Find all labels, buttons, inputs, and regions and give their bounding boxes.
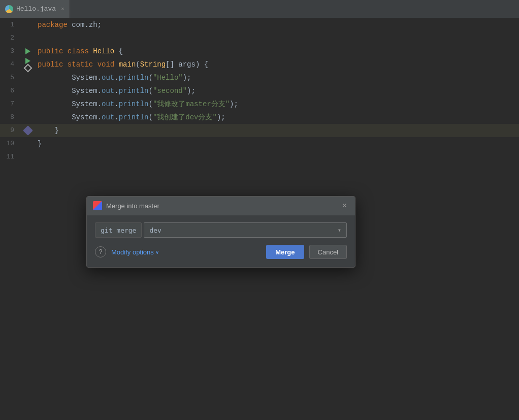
string-hello: "Hello" <box>153 74 183 82</box>
run-arrow-4[interactable] <box>25 58 30 64</box>
branch-value: dev <box>149 227 161 234</box>
code-content-10: } <box>36 137 519 150</box>
git-merge-label: git merge <box>95 222 142 238</box>
cn-string: String <box>140 60 166 69</box>
cancel-button[interactable]: Cancel <box>309 245 347 259</box>
editor-tab[interactable]: Hello.java × <box>0 0 70 18</box>
line-number-7: 7 <box>0 98 20 111</box>
code-line-11: 11 <box>0 150 519 164</box>
code-content-6: System.out.println("second"); <box>36 84 519 98</box>
line-number-1: 1 <box>0 18 20 31</box>
line-number-10: 10 <box>0 137 20 150</box>
git-command-row: git merge dev ▾ <box>95 222 347 238</box>
code-line-8: 8 System.out.println("我创建了dev分支"); <box>0 111 519 124</box>
merge-button[interactable]: Merge <box>266 245 304 259</box>
code-content-9: } <box>36 124 519 137</box>
line-number-2: 2 <box>0 31 20 45</box>
kw-public-4: public <box>38 60 63 69</box>
dialog-title-area: Merge into master <box>93 201 159 210</box>
kw-public-3: public <box>38 47 63 55</box>
gutter-3[interactable] <box>20 48 36 54</box>
code-content-8: System.out.println("我创建了dev分支"); <box>36 111 519 124</box>
code-content-4: public static void main(String[] args) { <box>36 58 519 71</box>
tab-filename: Hello.java <box>16 5 56 13</box>
line-number-9: 9 <box>0 124 20 137</box>
code-editor: 1 package com.zh; 2 3 public class Hello… <box>0 18 519 164</box>
code-line-10: 10 } <box>0 137 519 150</box>
dialog-body: git merge dev ▾ ? Modify options ∨ Merge… <box>87 215 355 267</box>
line-number-8: 8 <box>0 111 20 124</box>
tab-close-button[interactable]: × <box>61 6 64 12</box>
string-dev: "我创建了dev分支" <box>153 113 217 121</box>
code-line-5: 5 System.out.println("Hello"); <box>0 71 519 84</box>
code-area: 1 package com.zh; 2 3 public class Hello… <box>0 18 519 164</box>
code-line-6: 6 System.out.println("second"); <box>0 84 519 98</box>
help-button[interactable]: ? <box>95 246 106 257</box>
modify-options-label: Modify options <box>111 248 154 256</box>
pkg-name: com.zh; <box>68 21 102 29</box>
class-name: Hello <box>93 47 114 55</box>
kw-class: class <box>68 47 89 55</box>
code-line-9: 9 } <box>0 124 519 137</box>
dialog-header: Merge into master × <box>87 197 355 215</box>
code-line-2: 2 <box>0 31 519 45</box>
fn-main: main <box>119 60 136 69</box>
dropdown-arrow-icon: ▾ <box>338 227 341 234</box>
tab-bar: Hello.java × <box>0 0 519 18</box>
code-content-1: package com.zh; <box>36 18 519 31</box>
branch-dropdown[interactable]: dev ▾ <box>144 222 347 238</box>
line-number-11: 11 <box>0 150 20 164</box>
kw-void: void <box>98 60 115 69</box>
java-file-icon <box>5 5 13 13</box>
code-line-1: 1 package com.zh; <box>0 18 519 31</box>
gutter-4[interactable] <box>20 58 36 71</box>
line-number-5: 5 <box>0 71 20 84</box>
kw-static: static <box>68 60 93 69</box>
code-content-5: System.out.println("Hello"); <box>36 71 519 84</box>
code-content-7: System.out.println("我修改了master分支"); <box>36 98 519 111</box>
string-second: "second" <box>153 87 187 95</box>
code-line-4: 4 public static void main(String[] args)… <box>0 58 519 71</box>
keyword-package: package <box>38 21 68 29</box>
gutter-9 <box>20 127 36 134</box>
code-line-7: 7 System.out.println("我修改了master分支"); <box>0 98 519 111</box>
dialog-actions: ? Modify options ∨ Merge Cancel <box>95 245 347 259</box>
line-number-4: 4 <box>0 58 20 71</box>
intellij-logo-icon <box>93 201 102 210</box>
modify-options-link[interactable]: Modify options ∨ <box>111 248 159 256</box>
run-arrow-3[interactable] <box>25 48 30 54</box>
dialog-title: Merge into master <box>106 202 159 210</box>
dialog-close-button[interactable]: × <box>340 201 349 211</box>
code-line-3: 3 public class Hello { <box>0 45 519 58</box>
breakpoint-marker-9 <box>23 125 33 136</box>
merge-dialog: Merge into master × git merge dev ▾ ? Mo… <box>86 196 355 268</box>
line-number-3: 3 <box>0 45 20 58</box>
string-master: "我修改了master分支" <box>153 100 230 108</box>
modify-options-arrow-icon: ∨ <box>155 249 159 255</box>
line-number-6: 6 <box>0 84 20 98</box>
code-content-3: public class Hello { <box>36 45 519 58</box>
